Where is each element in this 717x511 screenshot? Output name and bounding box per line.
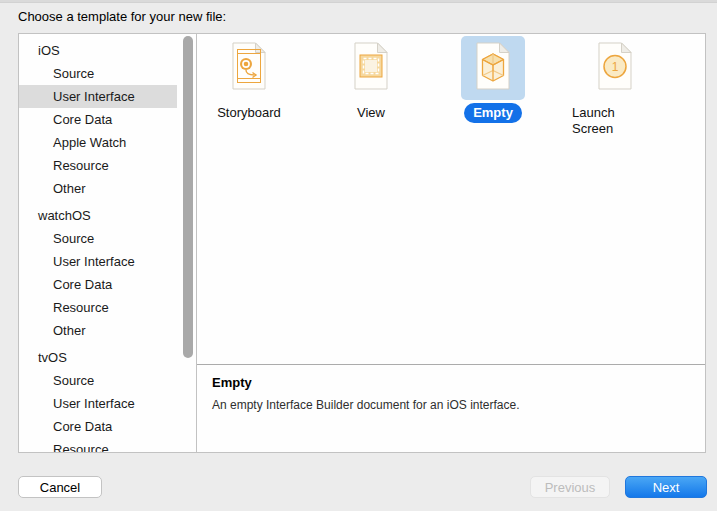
sidebar-item-watchos-source[interactable]: Source [19,227,177,250]
sidebar-item-ios-user-interface[interactable]: User Interface [19,85,177,108]
template-storyboard[interactable]: Storyboard [197,36,301,139]
storyboard-icon [229,42,269,94]
template-label: Empty [464,103,522,123]
view-icon [351,42,391,94]
template-picker-panel: StoryboardViewEmpty1Launch Screen Empty … [196,33,706,453]
sidebar-item-tvos-source[interactable]: Source [19,369,177,392]
template-empty[interactable]: Empty [441,36,545,139]
cancel-button[interactable]: Cancel [18,476,102,498]
template-grid: StoryboardViewEmpty1Launch Screen [197,36,667,139]
template-label: View [348,103,394,123]
view-icon-box [339,36,403,100]
sidebar-item-ios-apple-watch[interactable]: Apple Watch [19,131,177,154]
description-divider [197,364,705,365]
previous-button[interactable]: Previous [530,476,610,498]
window-top-edge [0,0,717,3]
dialog-title: Choose a template for your new file: [18,9,226,24]
template-launch-screen[interactable]: 1Launch Screen [563,36,667,139]
sidebar-item-ios-other[interactable]: Other [19,177,177,200]
sidebar-item-ios-resource[interactable]: Resource [19,154,177,177]
empty-document-icon [473,42,513,94]
sidebar-item-tvos-user-interface[interactable]: User Interface [19,392,177,415]
sidebar-group-ios[interactable]: iOS [19,39,177,62]
sidebar-list: iOSSourceUser InterfaceCore DataApple Wa… [19,34,196,453]
template-category-sidebar: iOSSourceUser InterfaceCore DataApple Wa… [18,33,197,453]
sidebar-item-watchos-user-interface[interactable]: User Interface [19,250,177,273]
sidebar-item-watchos-other[interactable]: Other [19,319,177,342]
template-label: Storyboard [208,103,290,123]
sidebar-item-watchos-resource[interactable]: Resource [19,296,177,319]
description-text: An empty Interface Builder document for … [212,398,690,412]
sidebar-item-tvos-core-data[interactable]: Core Data [19,415,177,438]
svg-text:1: 1 [612,60,619,74]
next-button[interactable]: Next [625,476,707,498]
template-view[interactable]: View [319,36,423,139]
empty-document-icon-box [461,36,525,100]
sidebar-scrollbar-thumb[interactable] [183,36,193,358]
template-description: Empty An empty Interface Builder documen… [212,375,690,412]
description-title: Empty [212,375,690,390]
launch-screen-icon-box: 1 [583,36,647,100]
sidebar-item-tvos-resource[interactable]: Resource [19,438,177,453]
sidebar-item-ios-core-data[interactable]: Core Data [19,108,177,131]
sidebar-item-ios-source[interactable]: Source [19,62,177,85]
launch-screen-icon: 1 [595,42,635,94]
sidebar-item-watchos-core-data[interactable]: Core Data [19,273,177,296]
storyboard-icon-box [217,36,281,100]
sidebar-group-tvos[interactable]: tvOS [19,346,177,369]
template-label: Launch Screen [563,103,667,139]
sidebar-group-watchos[interactable]: watchOS [19,204,177,227]
